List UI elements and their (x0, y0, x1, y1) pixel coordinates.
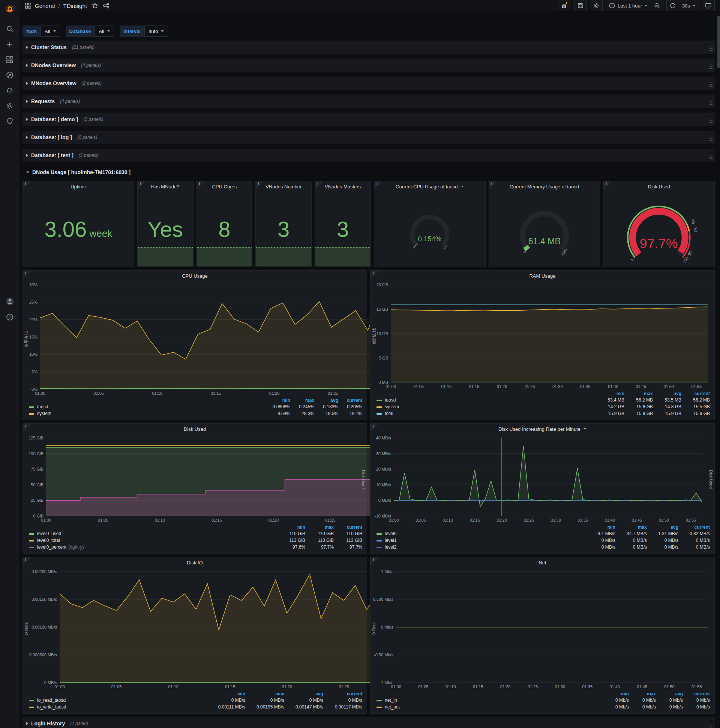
chart-plot-area[interactable]: -10 MB/s0 MB/s10 MB/s20 MB/s30 MB/s40 MB… (372, 435, 713, 523)
panel-title[interactable]: Has MNode? (137, 181, 193, 192)
refresh-interval-picker[interactable]: 30s (679, 0, 699, 11)
row-login-history[interactable]: Login History (1 panel) (23, 717, 715, 728)
dashboard-row[interactable]: Cluster Status(21 panels) (23, 41, 715, 54)
chart-plot-area[interactable]: 0 MB/s0.000500 MB/s0.00100 MB/s0.00150 M… (24, 569, 365, 690)
legend-column-header[interactable]: current (683, 691, 711, 697)
variable-database[interactable]: Database All (66, 26, 114, 37)
panel-info-corner[interactable] (23, 424, 31, 432)
stat-body[interactable]: 8 (197, 192, 252, 267)
legend-series-name[interactable]: net_in (385, 697, 397, 703)
server-admin-shield-icon[interactable] (3, 116, 17, 126)
panel-title-caret[interactable] (584, 428, 586, 430)
legend-series-name[interactable]: io_read_taosd (37, 697, 66, 703)
legend-column-header[interactable]: min (603, 691, 630, 697)
star-icon[interactable] (92, 2, 98, 9)
legend-series-name[interactable]: io_write_taosd (37, 704, 66, 710)
panel-info-corner[interactable] (371, 557, 379, 566)
panel-info-corner[interactable] (137, 181, 146, 190)
panel-title[interactable]: Disk IO (23, 557, 367, 568)
panel-title-caret[interactable] (461, 186, 464, 187)
legend-series-name[interactable]: level2 (385, 544, 397, 550)
row-dnode-usage[interactable]: DNode Usage [ huolinhe-TM1701:6030 ] (23, 167, 715, 178)
create-plus-icon[interactable] (3, 40, 17, 49)
legend-column-header[interactable]: max (306, 524, 334, 530)
panel-title[interactable]: RAM Usage (371, 271, 714, 281)
panel-title[interactable]: Current Memory Usage of taosd (489, 181, 600, 192)
legend-column-header[interactable]: avg (657, 691, 683, 697)
help-icon[interactable]: ? (3, 312, 17, 322)
panel-title[interactable]: Disk Used (23, 424, 367, 434)
legend-column-header[interactable]: current (682, 391, 711, 397)
share-icon[interactable] (103, 2, 110, 9)
panel-info-corner[interactable] (23, 557, 31, 566)
legend-column-header[interactable]: avg (315, 398, 339, 404)
panel-title[interactable]: Net (371, 557, 714, 568)
page-scrollbar[interactable] (717, 16, 720, 725)
legend-column-header[interactable]: min (278, 524, 306, 530)
save-dashboard-button[interactable] (574, 0, 587, 11)
legend-column-header[interactable]: avg (285, 691, 324, 697)
panel-title[interactable]: Disk Used Increasing Rate per Minute (371, 424, 714, 434)
gauge-body[interactable]: 075809510097.7% (603, 192, 714, 268)
legend-column-header[interactable]: min (207, 691, 246, 697)
panel-title[interactable]: CPU Usage (23, 271, 367, 281)
legend-series-name[interactable]: net_out (385, 704, 400, 710)
stat-body[interactable]: 3 (256, 192, 311, 267)
panel-info-corner[interactable] (489, 181, 497, 190)
stat-body[interactable]: 3.06 week (23, 192, 134, 267)
panel-title[interactable]: VNodes Number (256, 181, 311, 192)
row-drag-handle[interactable] (709, 134, 713, 141)
legend-column-header[interactable]: min (585, 524, 616, 530)
legend-column-header[interactable]: max (246, 691, 285, 697)
legend-series-name[interactable]: level0_used (37, 531, 61, 536)
gauge-body[interactable]: 01000.154% (374, 192, 485, 267)
chart-plot-area[interactable]: -1 Mb/s-0.50 Mb/s0 Mb/s0.500 Mb/s1 Mb/s0… (372, 569, 713, 690)
dashboard-settings-button[interactable] (590, 0, 603, 11)
panel-info-corner[interactable] (23, 181, 31, 190)
panel-title[interactable]: CPU Cores (197, 181, 252, 192)
row-drag-handle[interactable] (709, 80, 713, 87)
dashboard-row[interactable]: DNodes Overview(4 panels) (23, 58, 715, 72)
legend-series-name[interactable]: taosd (385, 398, 396, 403)
dashboard-row[interactable]: Database: [ test ](5 panels) (23, 148, 715, 162)
legend-column-header[interactable]: current (324, 691, 363, 697)
row-drag-handle[interactable] (709, 116, 713, 123)
legend-series-name[interactable]: system (37, 411, 51, 416)
legend-series-name[interactable]: system (385, 404, 399, 410)
row-title[interactable]: DNodes Overview (31, 62, 76, 68)
breadcrumb-section[interactable]: General (35, 3, 55, 9)
legend-column-header[interactable]: max (630, 691, 657, 697)
panel-info-corner[interactable] (603, 181, 612, 190)
legend-series-name[interactable]: level0_total (37, 538, 60, 543)
chart-plot-area[interactable]: 0%5%10%15%20%25%30%01:0001:0501:1001:150… (24, 282, 365, 397)
explore-compass-icon[interactable] (3, 70, 17, 80)
legend-column-header[interactable]: max (625, 391, 654, 397)
chart-plot-area[interactable]: 0 MB5 GB10 GB15 GB20 GB01:0001:0501:1001… (372, 282, 713, 390)
variable-fqdn-value[interactable]: All (41, 26, 60, 37)
panel-info-corner[interactable] (256, 181, 264, 190)
scrollbar-thumb[interactable] (717, 16, 720, 68)
row-drag-handle[interactable] (709, 44, 713, 51)
panel-title[interactable]: VNodes Masters (315, 181, 371, 192)
row-title[interactable]: Requests (31, 98, 55, 104)
row-title[interactable]: DNode Usage [ huolinhe-TM1701:6030 ] (32, 169, 131, 175)
row-title[interactable]: Database: [ log ] (31, 135, 72, 140)
panel-info-corner[interactable] (315, 181, 323, 190)
panel-info-corner[interactable] (23, 271, 31, 279)
row-drag-handle[interactable] (709, 98, 713, 105)
dashboard-grid-icon[interactable] (25, 2, 32, 9)
row-drag-handle[interactable] (709, 151, 713, 159)
gauge-body[interactable]: 0158961.4 MB (489, 192, 600, 267)
panel-title[interactable]: Disk Used (603, 181, 714, 192)
legend-series-name[interactable]: level1 (385, 538, 397, 543)
variable-interval[interactable]: Interval auto (120, 26, 168, 37)
legend-column-header[interactable]: min (596, 391, 625, 397)
user-avatar[interactable] (3, 297, 17, 306)
time-range-picker[interactable]: Last 1 hour (606, 0, 651, 11)
panel-title[interactable]: Current CPU Usage of taosd (374, 181, 485, 192)
legend-column-header[interactable]: current (679, 524, 711, 530)
dashboard-row[interactable]: MNodes Overview(2 panels) (23, 76, 715, 90)
legend-column-header[interactable]: avg (654, 391, 682, 397)
row-title[interactable]: Cluster Status (31, 44, 67, 50)
alerting-bell-icon[interactable] (3, 86, 17, 95)
